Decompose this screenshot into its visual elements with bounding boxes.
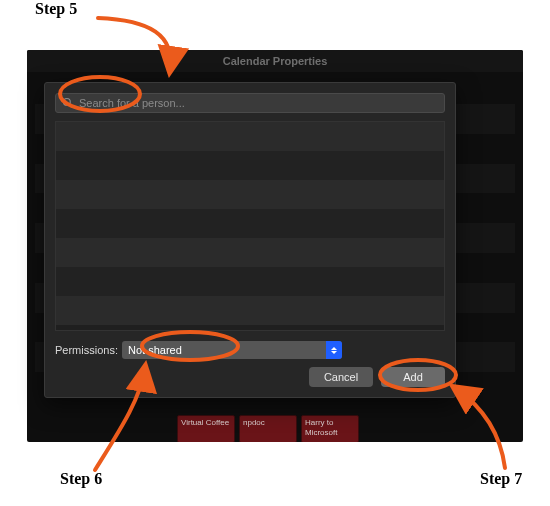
event-tile: Harry to Microsoft [301, 415, 359, 442]
calendar-event-tiles: Virtual Coffee npdoc Harry to Microsoft [177, 415, 359, 442]
cancel-button[interactable]: Cancel [309, 367, 373, 387]
annotation-step7-label: Step 7 [480, 470, 522, 488]
list-item [56, 238, 444, 267]
list-item [56, 267, 444, 296]
share-calendar-sheet: Permissions: Not shared Cancel Add [44, 82, 456, 398]
permissions-label: Permissions: [55, 344, 118, 356]
event-tile: npdoc [239, 415, 297, 442]
permissions-select[interactable]: Not shared [122, 341, 342, 359]
list-item [56, 180, 444, 209]
annotation-step6-label: Step 6 [60, 470, 102, 488]
permissions-value: Not shared [128, 344, 182, 356]
annotation-step5-label: Step 5 [35, 0, 77, 18]
person-search-input[interactable] [79, 97, 438, 109]
event-tile: Virtual Coffee [177, 415, 235, 442]
list-item [56, 151, 444, 180]
select-stepper-icon [326, 341, 342, 359]
add-button[interactable]: Add [381, 367, 445, 387]
window-title: Calendar Properties [27, 50, 523, 72]
svg-line-1 [70, 105, 73, 108]
search-field-wrap[interactable] [55, 93, 445, 113]
list-item [56, 209, 444, 238]
search-icon [62, 97, 74, 109]
list-item [56, 122, 444, 151]
list-item [56, 296, 444, 325]
people-list [55, 121, 445, 331]
